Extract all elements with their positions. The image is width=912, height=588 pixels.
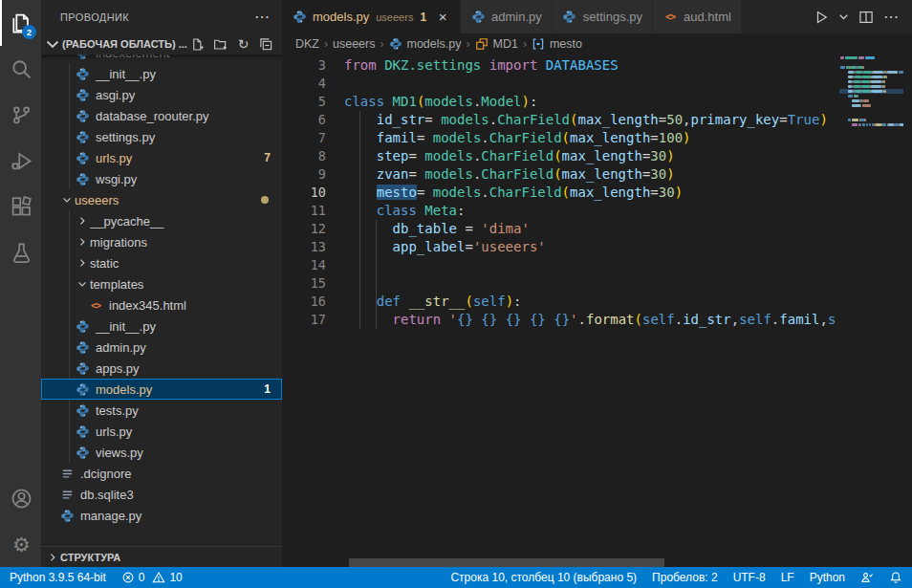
code-line: 10 mesto= models.CharField(max_length=30… xyxy=(282,184,912,202)
gear-icon: ⚙ xyxy=(12,534,31,555)
tab-settings.py[interactable]: settings.py xyxy=(553,0,653,33)
sidebar-more-actions-icon[interactable]: ⋯ xyxy=(254,8,271,26)
activity-bar-item-testing[interactable] xyxy=(0,229,41,275)
more-actions-button[interactable]: ⋯ xyxy=(880,0,902,33)
problems-count-badge: 7 xyxy=(264,151,271,164)
chevron-down-icon xyxy=(45,36,60,52)
tree-item-label: index345.html xyxy=(109,298,282,313)
refresh-button[interactable]: ↻ xyxy=(235,36,251,53)
close-icon[interactable]: × xyxy=(435,9,450,25)
python-icon xyxy=(75,339,90,355)
tree-item[interactable]: models.py1 xyxy=(41,379,282,400)
line-number: 3 xyxy=(282,56,326,75)
status-notifications[interactable] xyxy=(889,571,902,584)
tree-item[interactable]: urls.py7 xyxy=(41,147,282,168)
tree-item[interactable]: asgi.py xyxy=(41,84,282,105)
tree-item[interactable]: static xyxy=(41,252,282,273)
chevron-down-icon xyxy=(59,192,75,207)
code-line-text: zvan= models.CharField(max_length=30) xyxy=(344,165,675,184)
activity-bar-item-account[interactable] xyxy=(0,475,41,521)
activity-bar-item-search[interactable] xyxy=(0,46,41,92)
minimap-line-segment xyxy=(858,95,858,98)
tree-item[interactable]: useeers xyxy=(41,189,282,210)
horizontal-scrollbar[interactable] xyxy=(349,558,664,567)
tree-item[interactable]: .dcignore xyxy=(41,463,282,484)
split-editor-button[interactable] xyxy=(856,0,877,33)
status-problems[interactable]: 010 xyxy=(121,571,183,584)
tab-models.py[interactable]: models.pyuseeers1× xyxy=(282,0,461,33)
tree-item[interactable]: manage.py xyxy=(41,505,282,526)
tab-aud.html[interactable]: <>aud.html xyxy=(653,0,742,33)
tree-item[interactable]: urls.py xyxy=(41,421,282,442)
run-python-file-button[interactable] xyxy=(811,0,832,33)
line-number: 17 xyxy=(282,311,326,329)
breadcrumb-item-models.py[interactable]: models.py xyxy=(388,37,461,52)
run-dropdown-button[interactable] xyxy=(836,0,852,33)
tree-item[interactable]: tests.py xyxy=(41,400,282,421)
python-icon xyxy=(75,445,90,460)
tree-item-label: __pycache__ xyxy=(90,214,282,229)
tree-item[interactable]: views.py xyxy=(41,442,282,463)
status-language-mode[interactable]: Python xyxy=(810,571,845,584)
line-number: 6 xyxy=(282,111,326,129)
status-feedback[interactable] xyxy=(860,571,874,584)
activity-bar-item-run-and-debug[interactable] xyxy=(0,138,41,184)
activity-bar-item-manage[interactable]: ⚙ xyxy=(0,521,41,567)
status-eol-sequence[interactable]: LF xyxy=(781,571,794,584)
tree-item[interactable]: __pycache__ xyxy=(41,210,282,231)
status-cursor-position[interactable]: Строка 10, столбец 10 (выбрано 5) xyxy=(450,571,637,584)
minimap-line-segment xyxy=(886,76,887,78)
status-indentation[interactable]: Пробелов: 2 xyxy=(652,571,718,584)
new-folder-button[interactable] xyxy=(212,36,228,53)
tree-item[interactable]: templates xyxy=(41,273,282,294)
minimap-line-segment xyxy=(858,56,864,59)
tree-item[interactable]: __init__.py xyxy=(41,63,282,84)
line-number: 9 xyxy=(282,165,326,184)
tree-item[interactable]: migrations xyxy=(41,231,282,252)
tree-item[interactable]: <>index345.html xyxy=(41,294,282,316)
minimap-line-segment xyxy=(871,85,881,88)
tree-item[interactable]: db.sqlite3 xyxy=(41,484,282,505)
python-icon xyxy=(75,87,90,102)
tree-item[interactable]: database_roouter.py xyxy=(41,105,282,126)
tree-item[interactable]: admin.py xyxy=(41,337,282,358)
status-python-interpreter[interactable]: Python 3.9.5 64-bit xyxy=(10,571,106,584)
tree-item[interactable]: apps.py xyxy=(41,358,282,379)
minimap-line-segment xyxy=(848,95,853,98)
minimap-line-segment xyxy=(852,99,859,102)
breadcrumb-item-DKZ[interactable]: DKZ xyxy=(295,37,319,51)
tab-admin.py[interactable]: admin.py xyxy=(461,0,553,33)
minimap-line-segment xyxy=(848,119,851,121)
tree-item-label: tests.py xyxy=(96,403,282,418)
minimap[interactable] xyxy=(839,54,903,141)
new-file-button[interactable] xyxy=(189,36,206,53)
minimap-line-segment xyxy=(861,80,870,83)
minimap-line-segment xyxy=(840,66,845,69)
code-editor[interactable]: 3from DKZ.settings import DATABASES45cla… xyxy=(282,54,912,567)
tree-item[interactable]: __init__.py xyxy=(41,316,282,337)
tree-item-label: urls.py xyxy=(96,425,282,439)
new-file-icon xyxy=(190,37,205,52)
collapse-all-button[interactable] xyxy=(258,36,274,53)
activity-bar-item-source-control[interactable] xyxy=(0,92,41,138)
minimap-line-segment xyxy=(888,123,894,126)
source-control-icon xyxy=(11,104,33,126)
tree-item-label: apps.py xyxy=(96,361,282,376)
minimap-line-segment xyxy=(885,90,886,93)
account-icon xyxy=(11,488,33,510)
code-line: 5class MD1(models.Model): xyxy=(282,93,912,111)
tree-item[interactable]: settings.py xyxy=(41,126,282,147)
error-count: 0 xyxy=(139,571,145,584)
python-icon xyxy=(75,108,90,123)
workspace-section-header[interactable]: (РАБОЧАЯ ОБЛАСТЬ) ... ↻ xyxy=(41,33,282,54)
breadcrumb-item-useeers[interactable]: useeers xyxy=(333,37,375,51)
breadcrumb-item-MD1[interactable]: MD1 xyxy=(474,37,517,52)
status-encoding[interactable]: UTF-8 xyxy=(733,571,766,584)
tree-item-label: settings.py xyxy=(96,130,282,144)
breadcrumb-item-mesto[interactable]: mesto xyxy=(532,37,582,52)
code-line: 4 xyxy=(282,75,912,93)
activity-bar-item-explorer[interactable]: 2 xyxy=(0,0,41,46)
outline-section-header[interactable]: СТРУКТУРА xyxy=(41,546,282,567)
activity-bar-item-extensions[interactable] xyxy=(0,184,41,229)
tree-item[interactable]: wsgi.py xyxy=(41,168,282,189)
